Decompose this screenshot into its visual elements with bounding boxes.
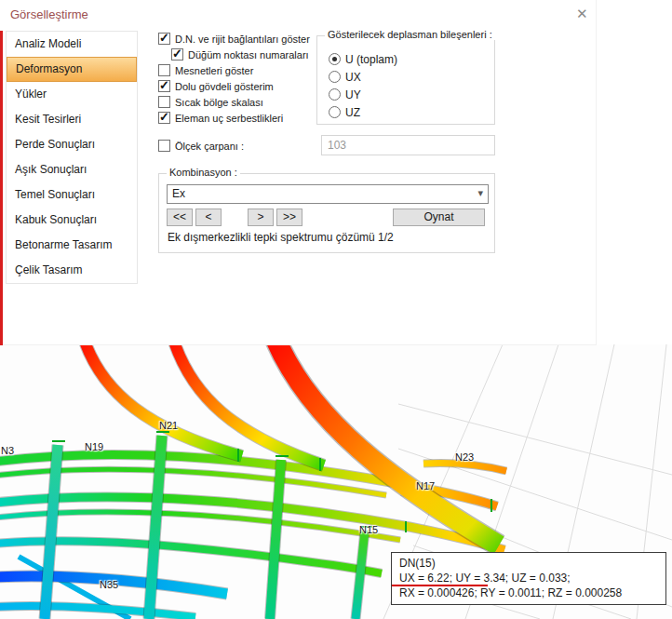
checkbox-label: Eleman uç serbestlikleri (175, 113, 283, 124)
checkbox-label: Sıcak bölge skalası (175, 97, 263, 108)
sidebar-item-label: Perde Sonuçları (15, 138, 95, 151)
tooltip-ux-value: UX = 6.22; (399, 572, 452, 585)
radio-circle[interactable] (329, 71, 341, 83)
previous-combination-button[interactable]: < (195, 209, 222, 226)
checkbox-box[interactable] (158, 140, 170, 152)
tooltip-title: DN(15) (399, 556, 658, 571)
checkbox-box[interactable] (158, 112, 170, 124)
checkbox-dolu-govdeli-gosterim[interactable]: Dolu gövdeli gösterim (158, 78, 310, 94)
node-label-n35: N35 (100, 579, 118, 590)
radio-circle[interactable] (329, 53, 341, 65)
app-window: N19 N21 N23 N17 N15 N35 N3 DN(15) UX = 6… (0, 0, 672, 619)
sidebar-item-perde-sonuclari[interactable]: Perde Sonuçları (7, 132, 137, 157)
radio-uy[interactable]: UY (329, 86, 494, 103)
close-icon[interactable]: ✕ (576, 6, 588, 22)
checkbox-box[interactable] (158, 96, 170, 108)
sidebar-item-label: Kesit Tesirleri (15, 113, 81, 126)
sidebar-item-label: Temel Sonuçları (15, 188, 95, 201)
combination-selected-value: Ex (172, 187, 185, 200)
displacement-components-group: Gösterilecek deplasman bileşenleri : U (… (316, 35, 495, 125)
group-title: Gösterilecek deplasman bileşenleri : (325, 29, 495, 40)
node-info-tooltip: DN(15) UX = 6.22; UY = 3.34; UZ = 0.033;… (391, 552, 666, 605)
visualization-dialog: Görselleştirme ✕ Analiz Modeli Deformasy… (0, 0, 597, 345)
tooltip-uyz-values: UY = 3.34; UZ = 0.033; (452, 572, 571, 585)
checkbox-box[interactable] (158, 64, 170, 76)
next-combination-button[interactable]: > (248, 209, 274, 226)
checkbox-sicak-bolge-skalasi[interactable]: Sıcak bölge skalası (158, 94, 310, 110)
radio-u-toplam[interactable]: U (toplam) (329, 50, 494, 68)
checkbox-olcek-carpani[interactable]: Ölçek çarpanı : (158, 138, 244, 154)
node-label-n15: N15 (359, 524, 378, 535)
radio-uz[interactable]: UZ (329, 103, 494, 121)
checkbox-mesnetleri-goster[interactable]: Mesnetleri göster (158, 62, 310, 78)
sidebar-item-yukler[interactable]: Yükler (7, 82, 137, 107)
sidebar-item-temel-sonuclari[interactable]: Temel Sonuçları (7, 182, 137, 208)
tooltip-displacements: UX = 6.22; UY = 3.34; UZ = 0.033; (399, 571, 658, 585)
node-label-n19: N19 (85, 441, 103, 452)
node-label-n23: N23 (455, 451, 474, 463)
first-combination-button[interactable]: << (167, 209, 193, 226)
tooltip-rotations: RX = 0.000426; RY = 0.0011; RZ = 0.00025… (399, 585, 658, 600)
display-options: D.N. ve rijit bağlantıları göster Düğüm … (158, 31, 310, 126)
checkbox-label: Dolu gövdeli gösterim (175, 81, 274, 92)
sidebar-item-label: Betonarme Tasarım (15, 238, 113, 251)
radio-label: UY (345, 88, 361, 101)
sidebar-item-deformasyon[interactable]: Deformasyon (7, 57, 137, 82)
radio-label: UZ (345, 106, 360, 119)
sidebar-item-label: Çelik Tasarım (15, 263, 82, 276)
left-edge-accent (0, 31, 3, 345)
group-title: Kombinasyon : (167, 167, 240, 178)
radio-ux[interactable]: UX (329, 68, 494, 86)
node-label-n21: N21 (159, 420, 178, 431)
combination-nav: << < > >> Oynat (167, 209, 489, 226)
sidebar-item-celik-tasarim[interactable]: Çelik Tasarım (7, 258, 137, 283)
radio-label: UX (345, 71, 361, 84)
play-button[interactable]: Oynat (393, 209, 485, 226)
last-combination-button[interactable]: >> (276, 209, 302, 226)
sidebar-item-label: Analiz Modeli (15, 37, 81, 50)
checkbox-box[interactable] (158, 80, 170, 92)
checkbox-label: Düğüm noktası numaraları (188, 49, 309, 61)
radio-label: U (toplam) (345, 53, 397, 66)
checkbox-label: D.N. ve rijit bağlantıları göster (175, 34, 310, 45)
checkbox-box[interactable] (158, 33, 170, 45)
sidebar-item-betonarme-tasarim[interactable]: Betonarme Tasarım (7, 233, 137, 258)
checkbox-dn-rijit-baglantilari[interactable]: D.N. ve rijit bağlantıları göster (158, 31, 310, 47)
sidebar-item-label: Deformasyon (16, 62, 82, 75)
sidebar-item-analiz-modeli[interactable]: Analiz Modeli (7, 32, 137, 57)
ux-highlight-underline (392, 585, 488, 586)
sidebar-item-label: Aşık Sonuçları (15, 163, 87, 176)
node-label-n17: N17 (416, 480, 435, 491)
checkbox-box[interactable] (171, 48, 183, 61)
radio-circle[interactable] (329, 106, 341, 118)
combination-group: Kombinasyon : Ex ▾ << < > >> Oynat Ek dı… (158, 173, 495, 253)
sidebar-item-kabuk-sonuclari[interactable]: Kabuk Sonuçları (7, 208, 137, 233)
category-list: Analiz Modeli Deformasyon Yükler Kesit T… (6, 31, 138, 284)
radio-circle[interactable] (329, 88, 341, 101)
checkbox-label: Mesnetleri göster (175, 65, 253, 76)
checkbox-eleman-uc-serbestlikleri[interactable]: Eleman uç serbestlikleri (158, 110, 310, 126)
sidebar-item-label: Yükler (15, 87, 47, 101)
chevron-down-icon[interactable]: ▾ (477, 187, 483, 199)
sidebar-item-asik-sonuclari[interactable]: Aşık Sonuçları (7, 157, 137, 182)
checkbox-label: Ölçek çarpanı : (175, 141, 244, 152)
dialog-title: Görselleştirme (10, 7, 88, 21)
combination-select[interactable]: Ex ▾ (167, 184, 489, 204)
checkbox-dugum-noktasi-numaralari[interactable]: Düğüm noktası numaraları (171, 47, 310, 62)
combination-status-text: Ek dışmerkezlikli tepki spektrumu çözümü… (168, 231, 394, 244)
sidebar-item-kesit-tesirleri[interactable]: Kesit Tesirleri (7, 107, 137, 132)
scale-factor-input[interactable] (321, 135, 495, 155)
sidebar-item-label: Kabuk Sonuçları (15, 213, 97, 226)
node-label-n3: N3 (1, 445, 14, 456)
